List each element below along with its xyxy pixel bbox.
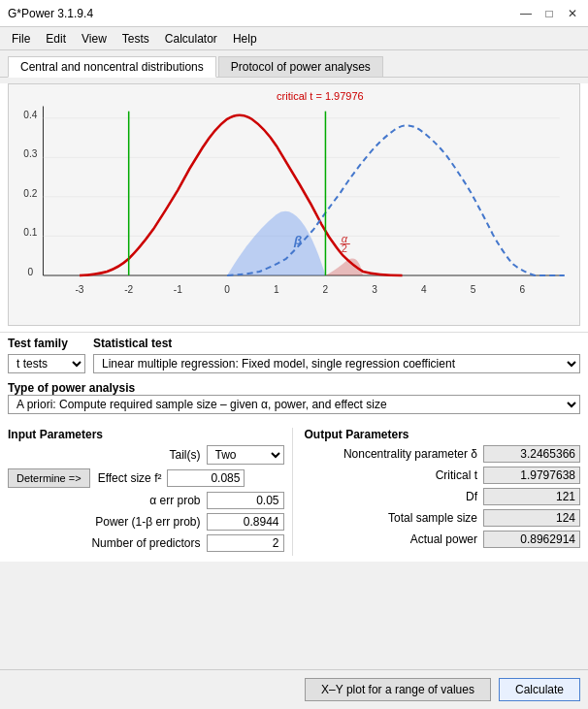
svg-text:β: β xyxy=(293,233,302,247)
df-output xyxy=(483,488,580,505)
sample-size-output xyxy=(483,509,580,527)
actual-power-label: Actual power xyxy=(305,532,478,546)
predictors-input[interactable] xyxy=(207,534,284,552)
svg-text:-1: -1 xyxy=(174,284,182,295)
test-family-label: Test family xyxy=(8,337,85,350)
svg-text:-2: -2 xyxy=(124,284,133,295)
tab-protocol[interactable]: Protocol of power analyses xyxy=(218,56,383,77)
svg-text:5: 5 xyxy=(471,284,476,295)
critical-t-row: Critical t xyxy=(305,467,581,484)
effect-size-row: Determine => Effect size f² xyxy=(8,468,284,488)
menu-file[interactable]: File xyxy=(4,30,38,48)
svg-text:4: 4 xyxy=(421,284,427,295)
svg-text:0.1: 0.1 xyxy=(23,227,37,238)
menu-view[interactable]: View xyxy=(74,30,114,48)
power-type-row: A priori: Compute required sample size –… xyxy=(8,395,580,414)
actual-power-row: Actual power xyxy=(305,531,581,548)
test-family-col: Test family t tests xyxy=(8,337,85,373)
actual-power-output xyxy=(483,531,580,548)
power-type-select[interactable]: A priori: Compute required sample size –… xyxy=(8,395,580,414)
chart-area: critical t = 1.97976 0.4 0.3 0.2 0.1 0 -… xyxy=(8,83,580,326)
tails-label: Tail(s) xyxy=(170,448,201,462)
menu-bar: File Edit View Tests Calculator Help xyxy=(0,27,588,50)
critical-t-output-label: Critical t xyxy=(305,468,478,482)
output-params-label: Output Parameters xyxy=(305,428,581,441)
window-controls: — □ ✕ xyxy=(518,6,580,21)
power-type-label: Type of power analysis xyxy=(8,381,135,395)
alpha-row: α err prob xyxy=(8,492,284,509)
sample-size-label: Total sample size xyxy=(305,511,478,525)
output-params-col: Output Parameters Noncentrality paramete… xyxy=(293,428,581,556)
test-selection-section: Test family t tests Statistical test Lin… xyxy=(0,332,588,379)
test-family-select[interactable]: t tests xyxy=(8,354,85,373)
input-params-col: Input Parameters Tail(s) Two Determine =… xyxy=(8,428,293,556)
predictors-row: Number of predictors xyxy=(8,534,284,552)
noncentrality-label: Noncentrality parameter δ xyxy=(305,447,478,461)
df-row: Df xyxy=(305,488,581,505)
tails-row: Tail(s) Two xyxy=(8,445,284,465)
svg-text:-3: -3 xyxy=(75,284,83,295)
stat-test-col: Statistical test Linear multiple regress… xyxy=(93,337,580,373)
minimize-btn[interactable]: — xyxy=(518,6,534,21)
noncentrality-row: Noncentrality parameter δ xyxy=(305,445,581,463)
calculate-button[interactable]: Calculate xyxy=(499,678,580,701)
app-title: G*Power 3.1.9.4 xyxy=(8,7,93,20)
stat-test-label: Statistical test xyxy=(93,337,580,350)
power-type-section: Type of power analysis A priori: Compute… xyxy=(0,379,588,422)
effect-size-input[interactable] xyxy=(167,469,245,487)
power-input[interactable] xyxy=(207,513,284,531)
input-params-label: Input Parameters xyxy=(8,428,284,441)
alpha-label: α err prob xyxy=(149,494,200,507)
effect-size-label: Effect size f² xyxy=(98,471,162,485)
menu-help[interactable]: Help xyxy=(225,30,265,48)
menu-calculator[interactable]: Calculator xyxy=(157,30,225,48)
svg-text:0: 0 xyxy=(224,284,230,295)
predictors-label: Number of predictors xyxy=(91,536,200,550)
svg-text:0.3: 0.3 xyxy=(23,148,37,159)
svg-text:0.4: 0.4 xyxy=(23,110,37,120)
determine-button[interactable]: Determine => xyxy=(8,468,90,488)
svg-text:0.2: 0.2 xyxy=(23,188,37,199)
power-label: Power (1-β err prob) xyxy=(95,515,200,529)
svg-text:2: 2 xyxy=(323,284,329,295)
xy-plot-button[interactable]: X–Y plot for a range of values xyxy=(305,678,491,701)
title-bar: G*Power 3.1.9.4 — □ ✕ xyxy=(0,0,588,27)
stat-test-select[interactable]: Linear multiple regression: Fixed model,… xyxy=(93,354,580,373)
distribution-chart: 0.4 0.3 0.2 0.1 0 -3 -2 -1 0 1 2 3 4 5 6 xyxy=(9,84,579,325)
tabs-row: Central and noncentral distributions Pro… xyxy=(0,50,588,78)
power-row: Power (1-β err prob) xyxy=(8,513,284,531)
critical-t-label: critical t = 1.97976 xyxy=(277,90,364,102)
svg-text:1: 1 xyxy=(274,284,279,295)
bottom-bar: X–Y plot for a range of values Calculate xyxy=(0,669,588,709)
svg-text:6: 6 xyxy=(519,284,525,295)
critical-t-output xyxy=(483,467,580,484)
svg-rect-0 xyxy=(9,86,579,322)
alpha-input[interactable] xyxy=(207,492,284,509)
menu-tests[interactable]: Tests xyxy=(114,30,157,48)
close-btn[interactable]: ✕ xyxy=(565,6,580,21)
svg-text:3: 3 xyxy=(372,284,377,295)
params-section: Input Parameters Tail(s) Two Determine =… xyxy=(0,422,588,562)
sample-size-row: Total sample size xyxy=(305,509,581,527)
svg-text:0: 0 xyxy=(27,267,33,277)
test-family-row: Test family t tests Statistical test Lin… xyxy=(8,337,580,373)
maximize-btn[interactable]: □ xyxy=(541,6,557,21)
tab-distributions[interactable]: Central and noncentral distributions xyxy=(8,56,216,78)
tails-select[interactable]: Two xyxy=(207,445,284,465)
menu-edit[interactable]: Edit xyxy=(38,30,74,48)
noncentrality-output xyxy=(483,445,580,463)
main-content: critical t = 1.97976 0.4 0.3 0.2 0.1 0 -… xyxy=(0,83,588,562)
df-label: Df xyxy=(305,490,478,503)
